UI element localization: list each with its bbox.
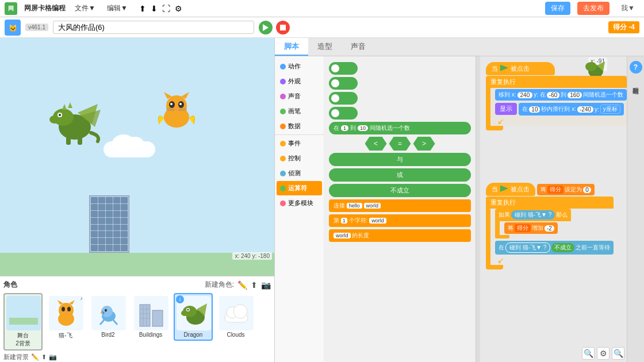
zoom-settings-btn[interactable]: ⚙ [597,347,610,360]
sprite-item-dragon[interactable]: i Dragon [174,293,213,341]
block-greater-than[interactable]: > [413,137,435,151]
svg-point-22 [179,103,182,105]
sprite-name-bird2: Bird2 [91,332,125,338]
expand-icon[interactable]: ⛶ [162,4,170,13]
block-toggle-4[interactable] [329,107,358,120]
stage-canvas[interactable]: x: 240 y: -180 [0,38,274,276]
project-icon: 🐱 [5,20,21,36]
upload-icon[interactable]: ⬆ [139,4,146,13]
block-length[interactable]: world 的长度 [329,229,471,242]
cat-action[interactable]: 动作 [277,59,322,74]
camera-sprite-btn[interactable]: 📷 [261,280,271,290]
svg-point-35 [67,307,71,311]
code-area: 脚本 造型 声音 动作 外观 声音 [275,38,644,362]
cat-events[interactable]: 事件 [277,136,322,151]
tab-costume[interactable]: 造型 [308,38,342,56]
sprite-thumb-buildings [134,296,168,330]
svg-marker-2 [263,24,269,31]
sprite-item-clouds[interactable]: Clouds [216,293,255,341]
zoom-out-btn[interactable]: 🔍 [582,347,595,360]
sprite-thumb-clouds [219,296,254,330]
app-title: 网屏卡格编程 [24,3,66,13]
svg-rect-11 [66,137,71,145]
block-letter[interactable]: 第 1 个字符: world [329,214,471,227]
block-and[interactable]: 与 [329,153,471,166]
save-button[interactable]: 保存 [545,2,570,15]
version-badge: v461.1 [25,24,48,31]
categories-panel: 动作 外观 声音 画笔 数据 [275,56,324,362]
settings-icon[interactable]: ⚙ [175,4,182,13]
svg-rect-29 [9,318,38,325]
svg-point-40 [105,309,107,312]
stop-button[interactable] [276,21,290,34]
tab-script[interactable]: 脚本 [275,38,308,56]
download-icon[interactable]: ⬇ [151,4,158,13]
main-content: x: 240 y: -180 角色 新建角色: ✏️ ⬆ 📷 [0,38,644,362]
paint-backdrop-btn[interactable]: ✏️ [31,353,39,361]
block-less-than[interactable]: < [365,137,387,151]
project-title-input[interactable] [53,21,254,34]
cloud-1 [103,141,155,157]
scroll-divider [476,56,480,362]
block-equals[interactable]: = [389,137,411,151]
sprite-panel-title: 角色 [3,280,17,290]
new-backdrop-label: 新建背景 [3,353,29,361]
cat-control[interactable]: 控制 [277,151,322,165]
cat-sound[interactable]: 声音 [277,89,322,103]
svg-rect-12 [78,137,82,145]
sprite-item-stage[interactable]: 舞台2背景 [3,293,43,351]
block-join[interactable]: 连接 hello world [329,199,471,212]
svg-marker-13 [62,104,67,110]
stage-coords: x: 240 y: -180 [232,252,272,260]
stage-area: x: 240 y: -180 角色 新建角色: ✏️ ⬆ 📷 [0,38,275,362]
sprite-item-cat[interactable]: 猫-飞 ♪ [46,293,85,342]
draw-sprite-btn[interactable]: ✏️ [237,280,247,290]
cat-more[interactable]: 更多模块 [277,196,322,210]
svg-point-34 [62,307,65,311]
upload-sprite-btn[interactable]: ⬆ [251,280,258,290]
sprite-name-stage: 舞台2背景 [6,332,40,348]
menu-file[interactable]: 文件▼ [72,2,98,14]
cat-looks[interactable]: 外观 [277,74,322,88]
svg-point-6 [49,115,60,124]
user-menu[interactable]: 我▼ [616,3,639,13]
help-button[interactable]: ? [630,61,642,74]
sprite-item-buildings[interactable]: Buildings [131,293,170,341]
block-not[interactable]: 不成立 [329,184,471,197]
zoom-in-btn[interactable]: 🔍 [612,347,624,360]
cat-data[interactable]: 数据 [277,119,322,133]
block-random[interactable]: 在 1 到 10 间随机选一个数 [329,122,471,134]
publish-button[interactable]: 去发布 [577,2,610,15]
cat-pen[interactable]: 画笔 [277,104,322,118]
sprite-item-bird2[interactable]: Bird2 [89,293,128,341]
sprite-thumb-cat [49,296,83,330]
stage-building [89,195,129,253]
svg-text:🐱: 🐱 [9,24,17,32]
score-badge: 得分 -4 [608,21,639,33]
svg-point-51 [181,310,188,316]
block-toggle-3[interactable] [329,92,358,105]
new-sprite-label: 新建角色: [205,280,234,290]
green-flag-button[interactable] [259,21,273,34]
block-toggle-1[interactable] [329,62,358,75]
tab-sound[interactable]: 声音 [342,38,375,56]
menu-edit[interactable]: 编辑▼ [105,2,130,14]
script-area[interactable]: x: -9152 当 被点击 [480,56,627,362]
block-toggle-2[interactable] [329,77,358,90]
sprite-name-clouds: Clouds [219,332,252,338]
dragon-sprite [46,95,103,147]
zoom-controls: 🔍 ⚙ 🔍 [582,347,624,360]
block-or[interactable]: 或 [329,168,471,182]
sprite-panel: 角色 新建角色: ✏️ ⬆ 📷 舞台2背景 [0,276,274,362]
title-bar: 🐱 v461.1 得分 -4 [0,17,644,38]
cat-sensing[interactable]: 侦测 [277,166,322,180]
cat-operators[interactable]: 运算符 [277,181,322,195]
svg-point-8 [59,114,61,116]
sprite-list: 舞台2背景 猫-飞 [3,293,271,351]
camera-backdrop-btn[interactable]: 📷 [49,353,57,361]
svg-point-53 [187,309,189,311]
upload-backdrop-btn[interactable]: ⬆ [41,353,47,361]
info-badge: i [176,295,184,303]
sprite-name-buildings: Buildings [134,332,167,338]
new-backdrop-area: 新建背景 ✏️ ⬆ 📷 [3,353,271,361]
